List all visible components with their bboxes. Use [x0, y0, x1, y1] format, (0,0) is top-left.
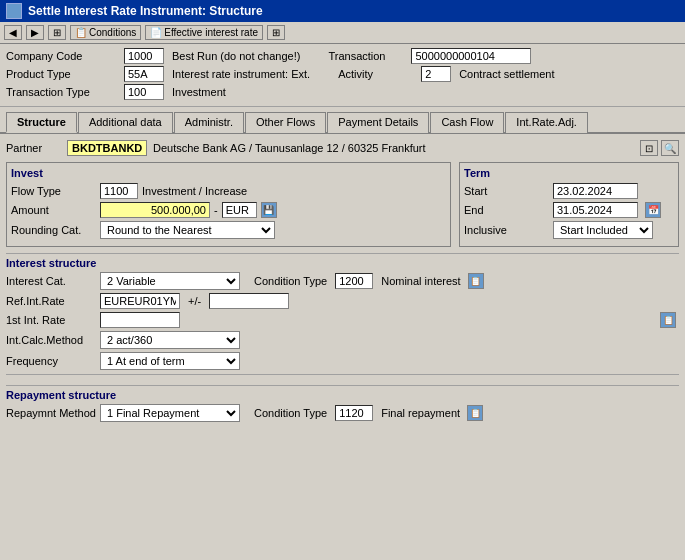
- tab-other-flows[interactable]: Other Flows: [245, 112, 326, 133]
- term-panel: Term Start End 📅 Inclusive Start Include…: [459, 162, 679, 247]
- activity-label: Activity: [338, 68, 413, 80]
- frequency-label: Frequency: [6, 355, 96, 367]
- condition-type-desc: Nominal interest: [381, 275, 460, 287]
- flow-type-code[interactable]: [100, 183, 138, 199]
- first-int-rate-icon[interactable]: 📋: [660, 312, 676, 328]
- tab-payment-details[interactable]: Payment Details: [327, 112, 429, 133]
- flow-type-desc: Investment / Increase: [142, 185, 247, 197]
- amount-save-icon[interactable]: 💾: [261, 202, 277, 218]
- int-calc-method-dropdown[interactable]: 2 act/360: [100, 331, 240, 349]
- rounding-label: Rounding Cat.: [11, 224, 96, 236]
- repayment-condition-code[interactable]: [335, 405, 373, 421]
- product-type-input[interactable]: [124, 66, 164, 82]
- partner-nav-icon2[interactable]: 🔍: [661, 140, 679, 156]
- repayment-method-label: Repaymnt Method: [6, 407, 96, 419]
- partner-row: Partner Deutsche Bank AG / Taunusanlage …: [6, 140, 679, 156]
- invest-title: Invest: [11, 167, 446, 179]
- amount-label: Amount: [11, 204, 96, 216]
- title-bar: Settle Interest Rate Instrument: Structu…: [0, 0, 685, 22]
- ref-int-rate-value[interactable]: [209, 293, 289, 309]
- activity-input[interactable]: [421, 66, 451, 82]
- product-type-desc: Interest rate instrument: Ext.: [172, 68, 310, 80]
- flow-type-label: Flow Type: [11, 185, 96, 197]
- company-code-input[interactable]: [124, 48, 164, 64]
- condition-type-icon[interactable]: 📋: [468, 273, 484, 289]
- interest-cat-label: Interest Cat.: [6, 275, 96, 287]
- conditions-btn[interactable]: 📋 Conditions: [70, 25, 141, 40]
- transaction-label: Transaction: [328, 50, 403, 62]
- transaction-input[interactable]: [411, 48, 531, 64]
- other-btn1[interactable]: ⊞: [48, 25, 66, 40]
- frequency-dropdown[interactable]: 1 At end of term: [100, 352, 240, 370]
- main-content: Partner Deutsche Bank AG / Taunusanlage …: [0, 134, 685, 431]
- company-code-label: Company Code: [6, 50, 116, 62]
- forward-btn[interactable]: ▶: [26, 25, 44, 40]
- end-date-input[interactable]: [553, 202, 638, 218]
- repayment-title: Repayment structure: [6, 385, 679, 401]
- toolbar: ◀ ▶ ⊞ 📋 Conditions 📄 Effective interest …: [0, 22, 685, 44]
- tab-int-rate-adj[interactable]: Int.Rate.Adj.: [505, 112, 588, 133]
- amount-input[interactable]: [100, 202, 210, 218]
- repayment-method-dropdown[interactable]: 1 Final Repayment: [100, 404, 240, 422]
- window-title: Settle Interest Rate Instrument: Structu…: [28, 4, 263, 18]
- first-int-rate-input[interactable]: [100, 312, 180, 328]
- tab-structure[interactable]: Structure: [6, 112, 77, 133]
- interest-structure-section: Interest structure Interest Cat. 2 Varia…: [6, 253, 679, 370]
- app-icon: [6, 3, 22, 19]
- ref-int-rate-input[interactable]: [100, 293, 180, 309]
- inclusive-dropdown[interactable]: Start Included: [553, 221, 653, 239]
- condition-type-label: Condition Type: [254, 275, 327, 287]
- table-btn[interactable]: ⊞: [267, 25, 285, 40]
- inclusive-label: Inclusive: [464, 224, 549, 236]
- header-form: Company Code Best Run (do not change!) T…: [0, 44, 685, 107]
- term-title: Term: [464, 167, 674, 179]
- condition-type-code[interactable]: [335, 273, 373, 289]
- first-int-rate-label: 1st Int. Rate: [6, 314, 96, 326]
- transaction-type-label: Transaction Type: [6, 86, 116, 98]
- repayment-condition-icon[interactable]: 📋: [467, 405, 483, 421]
- repayment-condition-desc: Final repayment: [381, 407, 460, 419]
- repayment-structure-section: Repayment structure Repaymnt Method 1 Fi…: [6, 374, 679, 422]
- tabs: Structure Additional data Administr. Oth…: [0, 107, 685, 134]
- repayment-condition-label: Condition Type: [254, 407, 327, 419]
- end-label: End: [464, 204, 549, 216]
- back-btn[interactable]: ◀: [4, 25, 22, 40]
- invest-panel: Invest Flow Type Investment / Increase A…: [6, 162, 451, 247]
- start-label: Start: [464, 185, 549, 197]
- product-type-label: Product Type: [6, 68, 116, 80]
- partner-label: Partner: [6, 142, 61, 154]
- amount-sign: -: [214, 204, 218, 216]
- activity-desc: Contract settlement: [459, 68, 554, 80]
- int-calc-method-label: Int.Calc.Method: [6, 334, 96, 346]
- partner-description: Deutsche Bank AG / Taunusanlage 12 / 603…: [153, 142, 426, 154]
- partner-nav-icon1[interactable]: ⊡: [640, 140, 658, 156]
- ref-int-rate-label: Ref.Int.Rate: [6, 295, 96, 307]
- transaction-type-input[interactable]: [124, 84, 164, 100]
- partner-code-input[interactable]: [67, 140, 147, 156]
- transaction-type-desc: Investment: [172, 86, 226, 98]
- tab-cash-flow[interactable]: Cash Flow: [430, 112, 504, 133]
- effective-rate-btn[interactable]: 📄 Effective interest rate: [145, 25, 263, 40]
- company-code-desc: Best Run (do not change!): [172, 50, 300, 62]
- ref-int-rate-sign: +/-: [188, 295, 201, 307]
- interest-cat-dropdown[interactable]: 2 Variable: [100, 272, 240, 290]
- rounding-dropdown[interactable]: Round to the Nearest: [100, 221, 275, 239]
- currency-input[interactable]: [222, 202, 257, 218]
- tab-additional-data[interactable]: Additional data: [78, 112, 173, 133]
- interest-structure-title: Interest structure: [6, 253, 679, 269]
- end-date-icon[interactable]: 📅: [645, 202, 661, 218]
- start-date-input[interactable]: [553, 183, 638, 199]
- tab-administr[interactable]: Administr.: [174, 112, 244, 133]
